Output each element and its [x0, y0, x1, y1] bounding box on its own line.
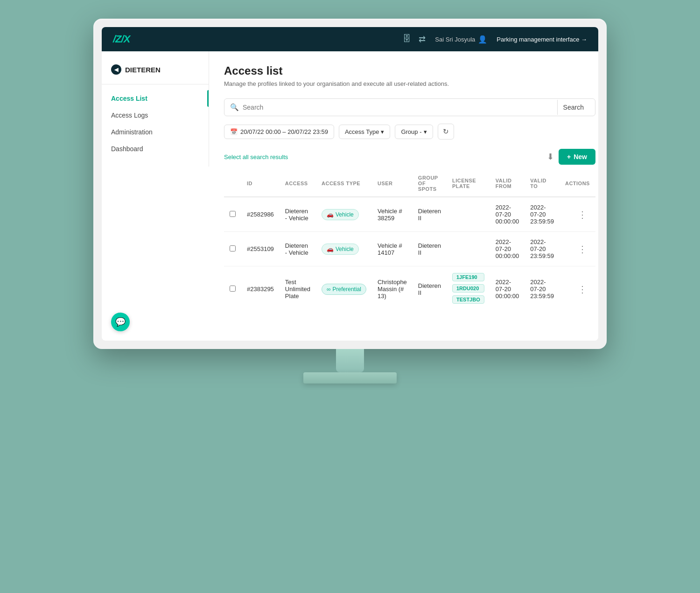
license-plate-tag: TESTJBO — [452, 295, 484, 304]
filters-row: 📅 20/07/22 00:00 – 20/07/22 23:59 Access… — [224, 124, 595, 140]
row-checkbox[interactable] — [230, 286, 236, 292]
table-row: #2582986Dieteren - Vehicle🚗VehicleVehicl… — [224, 197, 595, 232]
access-type-filter[interactable]: Access Type ▾ — [339, 125, 390, 139]
cell-user: Christophe Massin (# 13) — [372, 266, 413, 312]
row-checkbox[interactable] — [230, 245, 236, 251]
cell-access: Dieteren - Vehicle — [280, 197, 316, 232]
sidebar-item-administration[interactable]: Administration — [102, 124, 209, 140]
badge-label: Preferential — [333, 286, 361, 293]
col-valid-to: VALID TO — [525, 170, 560, 197]
main-layout: ◀ DIETEREN Access List Access Logs Admin… — [102, 51, 598, 341]
date-range-label: 20/07/22 00:00 – 20/07/22 23:59 — [240, 128, 328, 135]
cell-actions: ⋮ — [560, 266, 595, 312]
chat-bubble[interactable]: 💬 — [111, 313, 130, 331]
cell-id: #2582986 — [241, 197, 280, 232]
cell-access: Test Unlimited Plate — [280, 266, 316, 312]
badge-label: Vehicle — [336, 211, 354, 218]
cell-valid-to: 2022-07-20 23:59:59 — [525, 232, 560, 266]
col-access-type: ACCESS TYPE — [316, 170, 372, 197]
col-license-plate: LICENSE PLATE — [447, 170, 490, 197]
cell-user: Vehicle # 38259 — [372, 197, 413, 232]
calendar-icon: 📅 — [230, 128, 238, 135]
user-name: Sai Sri Josyula — [435, 36, 475, 43]
org-icon: ◀ — [111, 64, 121, 75]
col-valid-from: VALID FROM — [490, 170, 525, 197]
cell-access-type: ∞Preferential — [316, 266, 372, 312]
search-input[interactable] — [239, 99, 553, 116]
cell-user: Vehicle # 14107 — [372, 232, 413, 266]
cell-access-type: 🚗Vehicle — [316, 232, 372, 266]
cell-valid-from: 2022-07-20 00:00:00 — [490, 197, 525, 232]
cell-actions: ⋮ — [560, 232, 595, 266]
monitor-wrapper: /Z/X 🗄 ⇄ Sai Sri Josyula 👤 Parking manag… — [93, 19, 607, 384]
org-name: DIETEREN — [125, 66, 161, 74]
new-button[interactable]: + New — [559, 149, 595, 165]
chevron-down-icon: ▾ — [381, 128, 384, 135]
search-bar: 🔍 Search — [224, 98, 595, 116]
cell-license-plate: 1JFE1901RDU020TESTJBO — [447, 266, 490, 312]
badge-icon: 🚗 — [327, 211, 334, 218]
actions-menu-button[interactable]: ⋮ — [575, 208, 590, 221]
actions-menu-button[interactable]: ⋮ — [575, 243, 590, 256]
cell-id: #2383295 — [241, 266, 280, 312]
search-button[interactable]: Search — [557, 100, 589, 115]
col-id: ID — [241, 170, 280, 197]
topbar-right: 🗄 ⇄ Sai Sri Josyula 👤 Parking management… — [403, 34, 587, 44]
stand-base — [303, 372, 397, 384]
cell-valid-from: 2022-07-20 00:00:00 — [490, 232, 525, 266]
topbar-icons: 🗄 ⇄ — [403, 34, 426, 44]
cell-actions: ⋮ — [560, 197, 595, 232]
monitor-stand — [303, 349, 397, 384]
cell-group: Dieteren II — [413, 266, 447, 312]
cell-id: #2553109 — [241, 232, 280, 266]
chevron-down-icon-2: ▾ — [424, 128, 427, 135]
sidebar-wrapper: ◀ DIETEREN Access List Access Logs Admin… — [102, 51, 209, 341]
table-toolbar: Select all search results ⬇ + New — [224, 149, 595, 165]
actions-menu-button[interactable]: ⋮ — [575, 283, 590, 296]
table-row: #2383295Test Unlimited Plate∞Preferentia… — [224, 266, 595, 312]
page-subtitle: Manage the profiles linked to your organ… — [224, 80, 595, 87]
group-filter[interactable]: Group - ▾ — [395, 125, 433, 139]
col-access: ACCESS — [280, 170, 316, 197]
sidebar-item-dashboard[interactable]: Dashboard — [102, 140, 209, 157]
monitor-bezel: /Z/X 🗄 ⇄ Sai Sri Josyula 👤 Parking manag… — [93, 19, 607, 349]
badge-icon: 🚗 — [327, 246, 334, 252]
sidebar-item-access-logs[interactable]: Access Logs — [102, 107, 209, 124]
cell-group: Dieteren II — [413, 197, 447, 232]
refresh-button[interactable]: ↻ — [438, 124, 454, 140]
refresh-icon: ↻ — [443, 127, 449, 135]
topbar: /Z/X 🗄 ⇄ Sai Sri Josyula 👤 Parking manag… — [102, 27, 598, 51]
sidebar: ◀ DIETEREN Access List Access Logs Admin… — [102, 51, 209, 167]
plus-icon: + — [567, 153, 571, 160]
page-title: Access list — [224, 64, 595, 77]
row-checkbox[interactable] — [230, 211, 236, 217]
toolbar-right: ⬇ + New — [547, 149, 595, 165]
date-filter[interactable]: 📅 20/07/22 00:00 – 20/07/22 23:59 — [224, 125, 334, 139]
cell-valid-to: 2022-07-20 23:59:59 — [525, 197, 560, 232]
badge-icon: ∞ — [327, 286, 331, 293]
table-header-row: ID ACCESS ACCESS TYPE USER GROUP OF SPOT… — [224, 170, 595, 197]
content-area: Access list Manage the profiles linked t… — [209, 51, 598, 341]
cell-valid-from: 2022-07-20 00:00:00 — [490, 266, 525, 312]
license-plate-tag: 1RDU020 — [452, 284, 484, 293]
search-icon: 🔍 — [230, 103, 239, 112]
parking-link[interactable]: Parking management interface → — [497, 36, 587, 43]
cell-license-plate — [447, 232, 490, 266]
topbar-user: Sai Sri Josyula 👤 — [435, 35, 487, 44]
cell-group: Dieteren II — [413, 232, 447, 266]
new-button-label: New — [574, 153, 587, 160]
monitor-screen: /Z/X 🗄 ⇄ Sai Sri Josyula 👤 Parking manag… — [102, 27, 598, 341]
chat-icon: 💬 — [115, 317, 126, 327]
transfer-icon[interactable]: ⇄ — [419, 34, 426, 44]
cell-access-type: 🚗Vehicle — [316, 197, 372, 232]
sidebar-item-access-list[interactable]: Access List — [102, 90, 209, 107]
download-button[interactable]: ⬇ — [547, 152, 554, 162]
logo: /Z/X — [113, 33, 130, 45]
stand-neck — [336, 349, 364, 372]
sidebar-org: ◀ DIETEREN — [102, 61, 209, 84]
select-all-link[interactable]: Select all search results — [224, 153, 288, 160]
cell-license-plate — [447, 197, 490, 232]
database-icon[interactable]: 🗄 — [403, 34, 411, 44]
table-body: #2582986Dieteren - Vehicle🚗VehicleVehicl… — [224, 197, 595, 312]
cell-access: Dieteren - Vehicle — [280, 232, 316, 266]
